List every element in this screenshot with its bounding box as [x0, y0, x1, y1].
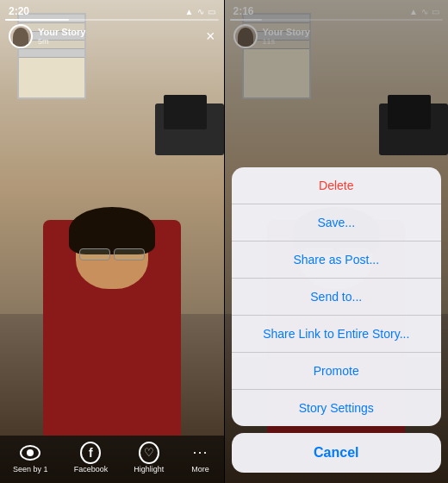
story-header-left: Your Story 5m ×	[0, 21, 224, 52]
status-icons-left: ▲ ∿ ▭	[185, 7, 215, 16]
facebook-label: Facebook	[74, 465, 109, 474]
story-username-left: Your Story	[38, 27, 206, 37]
story-photo-left	[0, 0, 224, 483]
facebook-icon: f	[80, 442, 101, 463]
menu-item-story-settings[interactable]: Story Settings	[232, 390, 442, 426]
menu-item-share-post[interactable]: Share as Post...	[232, 242, 442, 279]
time-left: 2:20	[9, 5, 29, 17]
highlight-label: Highlight	[134, 465, 164, 474]
menu-item-promote-label: Promote	[314, 364, 359, 378]
story-user-info-left: Your Story 5m	[38, 27, 206, 46]
status-bar-left: 2:20 ▲ ∿ ▭	[0, 0, 224, 19]
menu-item-delete[interactable]: Delete	[232, 167, 442, 204]
seen-by-button[interactable]: Seen by 1	[13, 442, 48, 474]
menu-item-share-post-label: Share as Post...	[293, 253, 379, 267]
menu-item-story-settings-label: Story Settings	[299, 401, 374, 415]
highlight-button[interactable]: ♡ Highlight	[134, 442, 164, 474]
action-sheet-group: Delete Save... Share as Post... Send to.…	[232, 167, 442, 426]
action-sheet: Delete Save... Share as Post... Send to.…	[225, 167, 449, 483]
menu-item-share-link-label: Share Link to Entire Story...	[263, 327, 409, 341]
left-panel: 2:20 ▲ ∿ ▭ Your Story 5m × Seen by 1 f	[0, 0, 224, 483]
menu-item-delete-label: Delete	[319, 179, 353, 192]
avatar-left	[9, 24, 33, 48]
close-button-left[interactable]: ×	[206, 28, 215, 46]
cancel-label: Cancel	[314, 445, 358, 460]
cancel-button[interactable]: Cancel	[232, 433, 442, 473]
wifi-icon: ∿	[197, 7, 204, 16]
more-label: More	[191, 465, 209, 474]
seen-eye-icon	[20, 442, 40, 463]
menu-item-save[interactable]: Save...	[232, 204, 442, 242]
more-icon: ···	[190, 442, 210, 463]
battery-icon: ▭	[208, 7, 215, 16]
right-panel: 2:16 ▲ ∿ ▭ Your Story 11s Delete Save...	[225, 0, 449, 483]
highlight-icon: ♡	[139, 442, 159, 463]
more-button[interactable]: ··· More	[190, 442, 210, 474]
signal-icon: ▲	[185, 7, 194, 16]
menu-item-promote[interactable]: Promote	[232, 353, 442, 390]
menu-item-save-label: Save...	[317, 216, 355, 229]
menu-item-send-to-label: Send to...	[310, 290, 362, 304]
menu-item-share-link[interactable]: Share Link to Entire Story...	[232, 316, 442, 353]
seen-by-label: Seen by 1	[13, 465, 48, 474]
facebook-button[interactable]: f Facebook	[74, 442, 109, 474]
story-time-left: 5m	[38, 37, 206, 46]
bottom-toolbar: Seen by 1 f Facebook ♡ Highlight ··· Mor…	[0, 436, 224, 483]
menu-item-send-to[interactable]: Send to...	[232, 279, 442, 316]
